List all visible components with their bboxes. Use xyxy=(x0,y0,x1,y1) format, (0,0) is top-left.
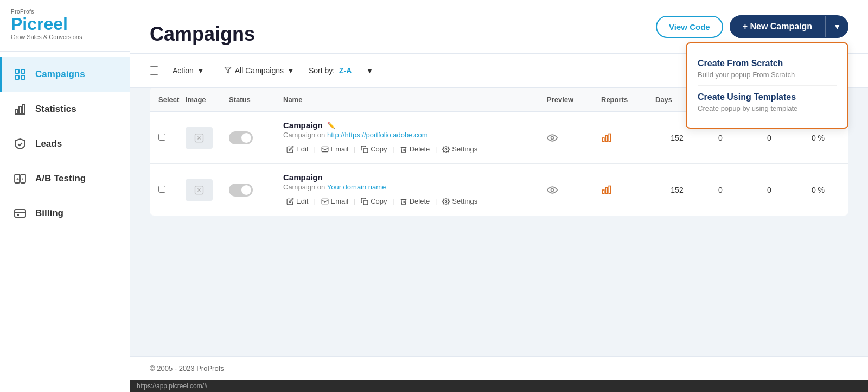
create-using-templates-item[interactable]: Create Using Templates Create popup by u… xyxy=(698,85,837,119)
svg-rect-20 xyxy=(609,134,610,141)
svg-point-17 xyxy=(551,136,554,139)
row2-url-link[interactable]: Your domain name xyxy=(327,183,386,191)
statistics-icon xyxy=(12,102,28,117)
url-bar: https://app.picreel.com/# xyxy=(130,380,868,392)
create-using-templates-desc: Create popup by using template xyxy=(698,104,837,112)
row2-preview-button[interactable] xyxy=(547,185,558,195)
url-text: https://app.picreel.com/# xyxy=(137,382,208,390)
sidebar-item-campaigns[interactable]: Campaigns xyxy=(0,57,130,92)
row1-status xyxy=(229,131,283,144)
col-status: Status xyxy=(229,96,283,104)
row2-name-cell: Campaign Campaign on Your domain name Ed… xyxy=(283,173,547,207)
row1-settings-action[interactable]: Settings xyxy=(439,143,481,155)
page-title: Campaigns xyxy=(150,23,255,46)
sidebar-item-ab-testing[interactable]: A|B A/B Testing xyxy=(0,161,130,196)
row1-impressions: 0 xyxy=(742,134,796,142)
row1-email-action[interactable]: Email xyxy=(318,143,352,155)
row2-copy-action[interactable]: Copy xyxy=(358,195,390,207)
billing-icon xyxy=(12,206,28,221)
create-from-scratch-item[interactable]: Create From Scratch Build your popup Fro… xyxy=(698,52,837,85)
logo-picreel: Picreel xyxy=(11,15,119,34)
view-code-button[interactable]: View Code xyxy=(656,16,723,38)
footer: © 2005 - 2023 ProProfs xyxy=(130,356,868,380)
svg-rect-23 xyxy=(363,200,368,205)
logo-tagline: Grow Sales & Conversions xyxy=(11,34,119,40)
sort-prefix: Sort by: Z-A xyxy=(309,66,352,75)
filter-icon xyxy=(224,66,232,75)
row2-preview-cell xyxy=(547,185,601,195)
svg-rect-4 xyxy=(15,109,17,114)
col-reports: Reports xyxy=(601,96,655,104)
select-all-checkbox[interactable] xyxy=(150,66,158,75)
sidebar-item-leads[interactable]: Leads xyxy=(0,127,130,161)
svg-point-25 xyxy=(551,188,554,191)
row2-campaign-actions: Edit | Email | Copy xyxy=(283,195,547,207)
row2-settings-action[interactable]: Settings xyxy=(439,195,481,207)
leads-icon xyxy=(12,136,28,151)
col-preview: Preview xyxy=(547,96,601,104)
row2-conv: 0 % xyxy=(796,186,840,194)
row2-campaign-url: Campaign on Your domain name xyxy=(283,183,547,191)
filter-button[interactable]: All Campaigns ▼ xyxy=(219,63,300,79)
row2-delete-action[interactable]: Delete xyxy=(397,195,433,207)
new-campaign-button[interactable]: + New Campaign xyxy=(730,15,825,38)
create-from-scratch-title: Create From Scratch xyxy=(698,59,837,68)
row2-reports-cell xyxy=(601,185,655,195)
col-name: Name xyxy=(283,96,547,104)
action-chevron-icon: ▼ xyxy=(197,66,205,75)
row2-edit-action[interactable]: Edit xyxy=(283,195,311,207)
svg-rect-10 xyxy=(15,210,25,217)
main-header: Campaigns View Code + New Campaign ▼ Cre… xyxy=(130,0,868,54)
row1-reports-cell xyxy=(601,132,655,143)
sidebar-item-billing[interactable]: Billing xyxy=(0,196,130,231)
row1-days: 152 xyxy=(655,134,699,142)
row2-select xyxy=(158,185,186,195)
sidebar-statistics-label: Statistics xyxy=(35,104,76,115)
row1-edit-name-icon[interactable]: ✏️ xyxy=(327,122,335,129)
sidebar-campaigns-label: Campaigns xyxy=(35,69,85,80)
filter-chevron-icon: ▼ xyxy=(287,66,295,75)
row1-preview-button[interactable] xyxy=(547,132,558,143)
header-actions: View Code + New Campaign ▼ Create From S… xyxy=(656,15,848,53)
row1-conv: 0 % xyxy=(796,134,840,142)
row1-name-cell: Campaign ✏️ Campaign on http://https://p… xyxy=(283,121,547,155)
table-row: Campaign Campaign on Your domain name Ed… xyxy=(150,164,848,216)
sidebar-nav: Campaigns Statistics Leads xyxy=(0,52,130,392)
row2-leads: 0 xyxy=(699,186,742,194)
row1-url-link[interactable]: http://https://portfolio.adobe.com xyxy=(327,131,428,139)
row1-toggle[interactable] xyxy=(229,131,253,144)
row1-edit-action[interactable]: Edit xyxy=(283,143,311,155)
sort-chevron-button[interactable]: ▼ xyxy=(360,63,379,78)
row2-checkbox[interactable] xyxy=(158,186,165,193)
svg-point-24 xyxy=(445,200,448,203)
new-campaign-group: + New Campaign ▼ Create From Scratch Bui… xyxy=(730,15,848,38)
row1-preview-cell xyxy=(547,132,601,143)
new-campaign-chevron[interactable]: ▼ xyxy=(825,16,848,37)
action-button[interactable]: Action ▼ xyxy=(167,63,210,78)
row2-image xyxy=(186,179,229,201)
action-label: Action xyxy=(173,66,194,75)
row2-status xyxy=(229,184,283,197)
sidebar-leads-label: Leads xyxy=(35,138,62,149)
row1-reports-button[interactable] xyxy=(601,132,612,143)
row2-email-action[interactable]: Email xyxy=(318,195,352,207)
row2-reports-button[interactable] xyxy=(601,185,612,195)
row1-checkbox[interactable] xyxy=(158,134,165,141)
svg-text:A|B: A|B xyxy=(16,177,23,181)
svg-rect-22 xyxy=(322,199,328,204)
row2-campaign-name: Campaign xyxy=(283,173,547,182)
col-select: Select xyxy=(158,96,186,104)
row1-delete-action[interactable]: Delete xyxy=(397,143,433,155)
svg-point-16 xyxy=(445,148,448,150)
svg-rect-0 xyxy=(15,69,19,73)
row2-toggle[interactable] xyxy=(229,184,253,197)
row1-copy-action[interactable]: Copy xyxy=(358,143,390,155)
svg-rect-18 xyxy=(603,138,604,142)
create-from-scratch-desc: Build your popup From Scratch xyxy=(698,71,837,79)
svg-rect-2 xyxy=(15,75,19,79)
row1-campaign-url: Campaign on http://https://portfolio.ado… xyxy=(283,131,547,139)
sidebar-item-statistics[interactable]: Statistics xyxy=(0,92,130,127)
row2-impressions: 0 xyxy=(742,186,796,194)
main-content: Campaigns View Code + New Campaign ▼ Cre… xyxy=(130,0,868,392)
logo-area: ProProfs Picreel Grow Sales & Conversion… xyxy=(0,0,130,52)
